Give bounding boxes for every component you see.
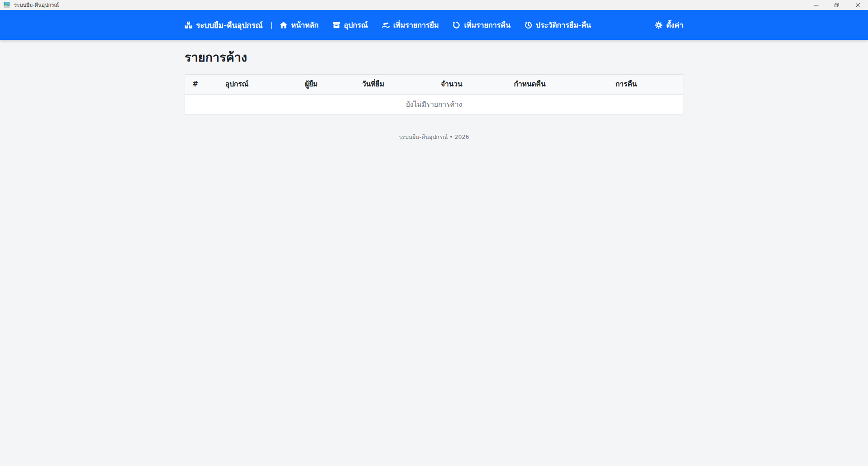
minimize-button[interactable] (806, 0, 826, 10)
page-footer: ระบบยืม-คืนอุปกรณ์ • 2026 (0, 125, 868, 437)
window-titlebar: ระบบยืม-คืนอุปกรณ์ (0, 0, 868, 10)
close-icon (855, 3, 860, 8)
column-header-due-date: กำหนดคืน (507, 75, 608, 95)
column-header-borrower: ผู้ยืม (298, 75, 355, 95)
navbar: ระบบยืม-คืนอุปกรณ์ | หน้าหลัก (0, 10, 868, 40)
history-icon (525, 21, 532, 29)
column-header-borrow-date: วันที่ยืม (355, 75, 434, 95)
main-content: รายการค้าง # อุปกรณ์ ผู้ยืม วันที่ยืม จำ… (0, 40, 868, 125)
navbar-brand[interactable]: ระบบยืม-คืนอุปกรณ์ (185, 19, 262, 31)
table-header-row: # อุปกรณ์ ผู้ยืม วันที่ยืม จำนวน กำหนดคื… (185, 75, 683, 95)
nav-item-settings[interactable]: ตั้งค่า (655, 19, 683, 31)
minimize-icon (814, 3, 819, 8)
nav-item-label: อุปกรณ์ (344, 19, 368, 31)
nav-item-home[interactable]: หน้าหลัก (280, 19, 319, 31)
nav-links: หน้าหลัก อุปกรณ์ (280, 19, 591, 31)
window-controls (806, 0, 868, 10)
home-icon (280, 21, 287, 29)
column-header-equipment: อุปกรณ์ (218, 75, 298, 95)
brand-label: ระบบยืม-คืนอุปกรณ์ (196, 19, 262, 31)
nav-item-add-borrow[interactable]: เพิ่มรายการยืม (382, 19, 439, 31)
boxes-icon (185, 21, 192, 29)
nav-item-add-return[interactable]: เพิ่มรายการคืน (453, 19, 510, 31)
nav-item-label: ตั้งค่า (666, 19, 683, 31)
column-header-return: การคืน (608, 75, 683, 95)
close-button[interactable] (847, 0, 868, 10)
empty-state-message: ยังไม่มีรายการค้าง (185, 95, 683, 115)
nav-item-label: ประวัติการยืม-คืน (536, 19, 591, 31)
nav-item-label: เพิ่มรายการคืน (464, 19, 510, 31)
navbar-separator: | (270, 21, 272, 29)
nav-item-history[interactable]: ประวัติการยืม-คืน (525, 19, 591, 31)
page-title: รายการค้าง (185, 50, 683, 65)
pending-items-table: # อุปกรณ์ ผู้ยืม วันที่ยืม จำนวน กำหนดคื… (185, 74, 683, 115)
rotate-left-icon (453, 21, 460, 29)
gear-icon (655, 21, 663, 29)
column-header-quantity: จำนวน (434, 75, 507, 95)
footer-text: ระบบยืม-คืนอุปกรณ์ • 2026 (399, 133, 469, 140)
box-icon (333, 21, 340, 29)
window-title: ระบบยืม-คืนอุปกรณ์ (14, 0, 59, 10)
nav-item-label: หน้าหลัก (291, 19, 319, 31)
column-header-index: # (185, 75, 218, 95)
nav-item-label: เพิ่มรายการยืม (393, 19, 439, 31)
laptop-app-icon (3, 1, 10, 9)
nav-item-equipment[interactable]: อุปกรณ์ (333, 19, 368, 31)
hand-holding-icon (382, 21, 390, 29)
restore-button[interactable] (826, 0, 847, 10)
restore-icon (835, 3, 839, 8)
empty-state-row: ยังไม่มีรายการค้าง (185, 95, 683, 115)
